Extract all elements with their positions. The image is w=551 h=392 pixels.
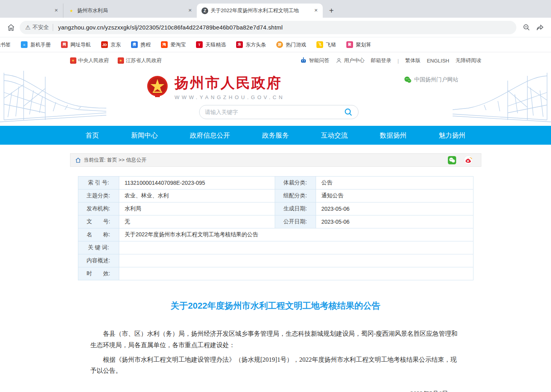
url-text[interactable]: yangzhou.gov.cn/yzszxxgk/slj/202305/210c… bbox=[58, 24, 283, 31]
page-content: 当前位置: 首页 >> 信息公开 索 引 号: 1132100001440709… bbox=[70, 153, 481, 392]
tmall-icon: T bbox=[196, 41, 203, 48]
meta-label: 发布机构: bbox=[78, 202, 119, 215]
weibo-share-icon[interactable] bbox=[464, 155, 473, 165]
nav-charming-yangzhou[interactable]: 魅力扬州 bbox=[439, 131, 466, 140]
nav-gov-info-disclosure[interactable]: 政府信息公开 bbox=[190, 131, 230, 140]
meta-label: 公开日期: bbox=[275, 215, 316, 228]
bookmarks-bar: 机书签 ≡ 新机手册 网 网址导航 JD 京东 携 携程 淘 爱淘宝 T 天猫精… bbox=[0, 37, 551, 52]
meta-value bbox=[119, 267, 473, 280]
link-label: 江苏省人民政府 bbox=[126, 57, 162, 64]
table-row: 内容概述: bbox=[78, 254, 473, 267]
jiangsu-gov-link[interactable]: ★ 江苏省人民政府 bbox=[118, 57, 162, 64]
user-center-link[interactable]: 用户中心 bbox=[336, 57, 364, 64]
close-tab-icon[interactable]: × bbox=[53, 7, 60, 14]
document-meta-table: 索 引 号: 11321000014407098E-2023-095 体裁分类:… bbox=[78, 176, 473, 280]
mail-login-link[interactable]: 邮箱登录 bbox=[371, 57, 391, 64]
national-emblem-icon bbox=[145, 74, 170, 99]
divider: | bbox=[398, 58, 399, 64]
smart-qa-link[interactable]: 智能问答 bbox=[300, 57, 329, 64]
bookmark-item[interactable]: JD 京东 bbox=[101, 41, 121, 48]
meta-label: 索 引 号: bbox=[78, 177, 119, 189]
link-label: 中央人民政府 bbox=[78, 57, 109, 64]
search-icon[interactable] bbox=[344, 108, 353, 116]
tab-yangzhou-water-bureau[interactable]: ★ 扬州市水利局 × bbox=[63, 4, 197, 18]
table-row: 主题分类: 农业、林业、水利 组配分类: 通知公告 bbox=[78, 190, 473, 202]
bookmark-label: 携程 bbox=[141, 41, 151, 48]
divider bbox=[53, 24, 53, 31]
nav-news-center[interactable]: 新闻中心 bbox=[131, 131, 158, 140]
wechat-icon bbox=[404, 76, 412, 84]
close-tab-icon[interactable]: × bbox=[187, 7, 194, 14]
home-icon bbox=[75, 157, 81, 163]
robot-icon bbox=[300, 57, 307, 64]
meta-value: 2023-05-06 bbox=[316, 202, 473, 215]
meta-value: 农业、林业、水利 bbox=[119, 190, 275, 202]
table-row: 关 键 词: bbox=[78, 241, 473, 254]
gov-emblem-icon: ★ bbox=[70, 57, 76, 64]
bookmark-label: 东方头条 bbox=[246, 41, 266, 48]
meta-value: 公告 bbox=[316, 177, 473, 189]
bookmark-label: 热门游戏 bbox=[286, 41, 306, 48]
taobao-icon: 淘 bbox=[161, 41, 168, 48]
bookmark-item[interactable]: 携 携程 bbox=[131, 41, 151, 48]
bookmark-item[interactable]: T 天猫精选 bbox=[196, 41, 226, 48]
address-bar[interactable]: ⚠ 不安全 yangzhou.gov.cn/yzszxxgk/slj/20230… bbox=[20, 21, 516, 34]
meta-label: 时 效: bbox=[78, 267, 119, 280]
search-input[interactable] bbox=[205, 109, 344, 115]
user-icon bbox=[336, 57, 342, 64]
bookmark-item[interactable]: 飞 飞猪 bbox=[316, 41, 336, 48]
juhuasuan-icon: 聚 bbox=[346, 41, 353, 48]
tab-partial[interactable]: × bbox=[0, 4, 63, 18]
meta-value bbox=[119, 254, 473, 267]
article-date: 2023年5月6日 bbox=[78, 390, 473, 392]
site-url: WWW.YANGZHOU.GOV.CN bbox=[175, 94, 285, 100]
tab-active-announcement[interactable]: Z 关于2022年度扬州市水利工程文明工地 × bbox=[197, 4, 323, 18]
jd-icon: JD bbox=[101, 41, 108, 48]
meta-value: 无 bbox=[119, 215, 275, 228]
bookmark-item[interactable]: 聚 聚划算 bbox=[346, 41, 371, 48]
meta-label: 组配分类: bbox=[275, 190, 316, 202]
nav-data-yangzhou[interactable]: 数据扬州 bbox=[380, 131, 407, 140]
bookmark-item[interactable]: 网 网址导航 bbox=[61, 41, 91, 48]
site-header: 扬州市人民政府 WWW.YANGZHOU.GOV.CN 中国扬州门户网站 bbox=[0, 69, 551, 126]
ctrip-icon: 携 bbox=[131, 41, 138, 48]
bookmark-label: 飞猪 bbox=[326, 41, 336, 48]
bookmark-item[interactable]: ≡ 新机手册 bbox=[21, 41, 51, 48]
central-gov-link[interactable]: ★ 中央人民政府 bbox=[70, 57, 109, 64]
meta-label: 主题分类: bbox=[78, 190, 119, 202]
share-icon[interactable] bbox=[534, 22, 545, 33]
meta-label: 名 称: bbox=[78, 228, 119, 241]
breadcrumb[interactable]: 当前位置: 首页 >> 信息公开 bbox=[75, 156, 147, 164]
bookmark-item[interactable]: 东 东方头条 bbox=[236, 41, 266, 48]
meta-value: 通知公告 bbox=[316, 190, 473, 202]
site-logo[interactable]: 扬州市人民政府 WWW.YANGZHOU.GOV.CN bbox=[145, 74, 285, 100]
fliggy-icon: 飞 bbox=[316, 41, 323, 48]
bookmark-label: 机书签 bbox=[0, 41, 11, 48]
tab-title: 关于2022年度扬州市水利工程文明工地 bbox=[211, 7, 310, 14]
meta-label: 文 号: bbox=[78, 215, 119, 228]
article-title: 关于2022年度扬州市水利工程文明工地考核结果的公告 bbox=[78, 300, 473, 312]
home-icon[interactable] bbox=[6, 22, 17, 33]
site-search-box[interactable] bbox=[199, 105, 359, 119]
zoom-out-icon[interactable] bbox=[521, 22, 532, 33]
wechat-share-icon[interactable] bbox=[447, 156, 457, 165]
english-version-link[interactable]: ENGLISH bbox=[427, 58, 449, 64]
close-tab-icon[interactable]: × bbox=[312, 7, 320, 14]
tab-title: 扬州市水利局 bbox=[77, 7, 184, 14]
bookmark-label: 天猫精选 bbox=[205, 41, 226, 48]
bookmark-item[interactable]: 游 热门游戏 bbox=[276, 41, 306, 48]
new-tab-button[interactable]: + bbox=[326, 5, 337, 16]
bookmark-item[interactable]: 机书签 bbox=[0, 41, 11, 48]
nav-home[interactable]: 首页 bbox=[86, 131, 99, 140]
accessibility-link[interactable]: 无障碍阅读 bbox=[456, 57, 481, 64]
traditional-version-link[interactable]: 繁体版 bbox=[405, 57, 420, 64]
portal-link[interactable]: 中国扬州门户网站 bbox=[404, 76, 459, 84]
browser-tab-strip: × ★ 扬州市水利局 × Z 关于2022年度扬州市水利工程文明工地 × + bbox=[0, 0, 551, 18]
nav-interaction[interactable]: 互动交流 bbox=[321, 131, 348, 140]
meta-label: 体裁分类: bbox=[275, 177, 316, 189]
meta-value: 11321000014407098E-2023-095 bbox=[119, 177, 275, 189]
nav-site-icon: 网 bbox=[61, 41, 68, 48]
nav-gov-services[interactable]: 政务服务 bbox=[262, 131, 289, 140]
meta-label: 生成日期: bbox=[275, 202, 316, 215]
bookmark-item[interactable]: 淘 爱淘宝 bbox=[161, 41, 186, 48]
